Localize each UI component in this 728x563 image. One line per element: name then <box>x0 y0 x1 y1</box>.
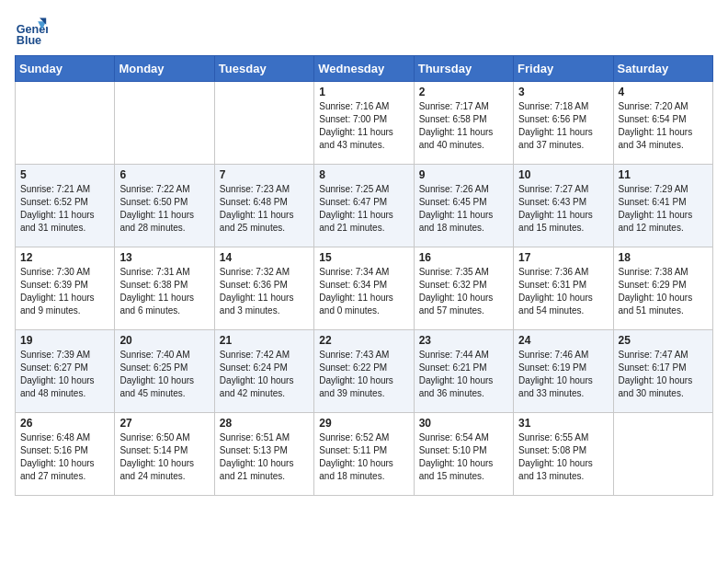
day-number: 26 <box>20 417 109 430</box>
day-info: Sunrise: 7:23 AM Sunset: 6:48 PM Dayligh… <box>220 183 309 235</box>
calendar-cell: 31Sunrise: 6:55 AM Sunset: 5:08 PM Dayli… <box>514 413 613 496</box>
day-info: Sunrise: 7:38 AM Sunset: 6:29 PM Dayligh… <box>619 266 708 317</box>
calendar-week-row: 26Sunrise: 6:48 AM Sunset: 5:16 PM Dayli… <box>16 413 713 496</box>
calendar-cell: 11Sunrise: 7:29 AM Sunset: 6:41 PM Dayli… <box>613 165 712 247</box>
calendar-cell: 3Sunrise: 7:18 AM Sunset: 6:56 PM Daylig… <box>514 82 613 165</box>
day-info: Sunrise: 7:39 AM Sunset: 6:27 PM Dayligh… <box>20 349 109 400</box>
weekday-header-monday: Monday <box>115 56 214 82</box>
calendar-cell: 16Sunrise: 7:35 AM Sunset: 6:32 PM Dayli… <box>414 247 513 330</box>
calendar-cell: 19Sunrise: 7:39 AM Sunset: 6:27 PM Dayli… <box>16 330 115 413</box>
day-info: Sunrise: 7:42 AM Sunset: 6:24 PM Dayligh… <box>220 349 309 400</box>
day-info: Sunrise: 7:46 AM Sunset: 6:19 PM Dayligh… <box>518 349 608 400</box>
day-number: 15 <box>319 251 408 264</box>
day-number: 7 <box>220 168 309 181</box>
weekday-header-sunday: Sunday <box>16 56 115 82</box>
day-number: 13 <box>119 251 209 264</box>
day-info: Sunrise: 7:40 AM Sunset: 6:25 PM Dayligh… <box>119 349 209 400</box>
calendar-cell: 9Sunrise: 7:26 AM Sunset: 6:45 PM Daylig… <box>414 165 513 247</box>
calendar-cell: 4Sunrise: 7:20 AM Sunset: 6:54 PM Daylig… <box>613 82 712 165</box>
calendar-cell: 23Sunrise: 7:44 AM Sunset: 6:21 PM Dayli… <box>414 330 513 413</box>
day-number: 28 <box>220 417 309 430</box>
calendar-cell: 5Sunrise: 7:21 AM Sunset: 6:52 PM Daylig… <box>16 165 115 247</box>
calendar-cell <box>16 82 115 165</box>
calendar-cell: 25Sunrise: 7:47 AM Sunset: 6:17 PM Dayli… <box>613 330 712 413</box>
weekday-header-row: SundayMondayTuesdayWednesdayThursdayFrid… <box>16 56 713 82</box>
calendar-cell: 2Sunrise: 7:17 AM Sunset: 6:58 PM Daylig… <box>414 82 513 165</box>
day-info: Sunrise: 6:52 AM Sunset: 5:11 PM Dayligh… <box>319 431 408 483</box>
weekday-header-thursday: Thursday <box>414 56 513 82</box>
calendar-cell: 29Sunrise: 6:52 AM Sunset: 5:11 PM Dayli… <box>314 413 414 496</box>
day-number: 8 <box>319 168 408 181</box>
calendar-cell: 17Sunrise: 7:36 AM Sunset: 6:31 PM Dayli… <box>514 247 613 330</box>
day-number: 29 <box>319 417 408 430</box>
day-number: 12 <box>20 251 109 264</box>
day-number: 16 <box>419 251 508 264</box>
day-number: 10 <box>518 168 608 181</box>
day-number: 24 <box>518 334 608 347</box>
calendar-cell: 24Sunrise: 7:46 AM Sunset: 6:19 PM Dayli… <box>514 330 613 413</box>
day-info: Sunrise: 7:36 AM Sunset: 6:31 PM Dayligh… <box>518 266 608 317</box>
day-number: 20 <box>119 334 209 347</box>
day-info: Sunrise: 7:34 AM Sunset: 6:34 PM Dayligh… <box>319 266 408 317</box>
day-info: Sunrise: 7:30 AM Sunset: 6:39 PM Dayligh… <box>20 266 109 317</box>
weekday-header-wednesday: Wednesday <box>314 56 414 82</box>
calendar-cell: 30Sunrise: 6:54 AM Sunset: 5:10 PM Dayli… <box>414 413 513 496</box>
day-number: 6 <box>119 168 209 181</box>
day-info: Sunrise: 7:32 AM Sunset: 6:36 PM Dayligh… <box>220 266 309 317</box>
day-info: Sunrise: 7:17 AM Sunset: 6:58 PM Dayligh… <box>419 100 508 152</box>
calendar-cell: 6Sunrise: 7:22 AM Sunset: 6:50 PM Daylig… <box>115 165 214 247</box>
calendar-cell: 15Sunrise: 7:34 AM Sunset: 6:34 PM Dayli… <box>314 247 414 330</box>
day-info: Sunrise: 7:47 AM Sunset: 6:17 PM Dayligh… <box>619 349 708 400</box>
calendar-cell: 14Sunrise: 7:32 AM Sunset: 6:36 PM Dayli… <box>214 247 313 330</box>
calendar-cell: 13Sunrise: 7:31 AM Sunset: 6:38 PM Dayli… <box>115 247 214 330</box>
day-number: 30 <box>419 417 508 430</box>
calendar-cell: 18Sunrise: 7:38 AM Sunset: 6:29 PM Dayli… <box>613 247 712 330</box>
calendar-cell <box>613 413 712 496</box>
day-info: Sunrise: 7:21 AM Sunset: 6:52 PM Dayligh… <box>20 183 109 235</box>
day-number: 5 <box>20 168 109 181</box>
weekday-header-friday: Friday <box>514 56 613 82</box>
day-info: Sunrise: 7:16 AM Sunset: 7:00 PM Dayligh… <box>319 100 408 152</box>
day-info: Sunrise: 6:48 AM Sunset: 5:16 PM Dayligh… <box>20 431 109 483</box>
calendar-table: SundayMondayTuesdayWednesdayThursdayFrid… <box>15 55 713 496</box>
calendar-cell: 12Sunrise: 7:30 AM Sunset: 6:39 PM Dayli… <box>16 247 115 330</box>
page-header: General Blue <box>15 15 713 48</box>
calendar-week-row: 1Sunrise: 7:16 AM Sunset: 7:00 PM Daylig… <box>16 82 713 165</box>
day-info: Sunrise: 7:25 AM Sunset: 6:47 PM Dayligh… <box>319 183 408 235</box>
day-info: Sunrise: 7:35 AM Sunset: 6:32 PM Dayligh… <box>419 266 508 317</box>
day-number: 19 <box>20 334 109 347</box>
calendar-cell: 26Sunrise: 6:48 AM Sunset: 5:16 PM Dayli… <box>16 413 115 496</box>
day-info: Sunrise: 7:26 AM Sunset: 6:45 PM Dayligh… <box>419 183 508 235</box>
day-number: 1 <box>319 86 408 98</box>
calendar-week-row: 5Sunrise: 7:21 AM Sunset: 6:52 PM Daylig… <box>16 165 713 247</box>
day-info: Sunrise: 7:44 AM Sunset: 6:21 PM Dayligh… <box>419 349 508 400</box>
day-number: 21 <box>220 334 309 347</box>
day-info: Sunrise: 7:31 AM Sunset: 6:38 PM Dayligh… <box>119 266 209 317</box>
day-number: 14 <box>220 251 309 264</box>
day-number: 22 <box>319 334 408 347</box>
calendar-cell: 10Sunrise: 7:27 AM Sunset: 6:43 PM Dayli… <box>514 165 613 247</box>
day-info: Sunrise: 6:54 AM Sunset: 5:10 PM Dayligh… <box>419 431 508 483</box>
calendar-cell: 1Sunrise: 7:16 AM Sunset: 7:00 PM Daylig… <box>314 82 414 165</box>
weekday-header-tuesday: Tuesday <box>214 56 313 82</box>
calendar-cell: 21Sunrise: 7:42 AM Sunset: 6:24 PM Dayli… <box>214 330 313 413</box>
day-number: 23 <box>419 334 508 347</box>
day-number: 18 <box>619 251 708 264</box>
day-number: 3 <box>518 86 608 98</box>
day-info: Sunrise: 7:27 AM Sunset: 6:43 PM Dayligh… <box>518 183 608 235</box>
calendar-cell: 7Sunrise: 7:23 AM Sunset: 6:48 PM Daylig… <box>214 165 313 247</box>
day-info: Sunrise: 7:29 AM Sunset: 6:41 PM Dayligh… <box>619 183 708 235</box>
day-number: 9 <box>419 168 508 181</box>
day-number: 4 <box>619 86 708 98</box>
day-number: 2 <box>419 86 508 98</box>
day-number: 27 <box>119 417 209 430</box>
day-info: Sunrise: 7:22 AM Sunset: 6:50 PM Dayligh… <box>119 183 209 235</box>
calendar-week-row: 19Sunrise: 7:39 AM Sunset: 6:27 PM Dayli… <box>16 330 713 413</box>
calendar-cell: 20Sunrise: 7:40 AM Sunset: 6:25 PM Dayli… <box>115 330 214 413</box>
day-info: Sunrise: 6:51 AM Sunset: 5:13 PM Dayligh… <box>220 431 309 483</box>
day-number: 31 <box>518 417 608 430</box>
day-info: Sunrise: 7:18 AM Sunset: 6:56 PM Dayligh… <box>518 100 608 152</box>
calendar-week-row: 12Sunrise: 7:30 AM Sunset: 6:39 PM Dayli… <box>16 247 713 330</box>
calendar-cell: 8Sunrise: 7:25 AM Sunset: 6:47 PM Daylig… <box>314 165 414 247</box>
svg-text:Blue: Blue <box>17 34 41 47</box>
